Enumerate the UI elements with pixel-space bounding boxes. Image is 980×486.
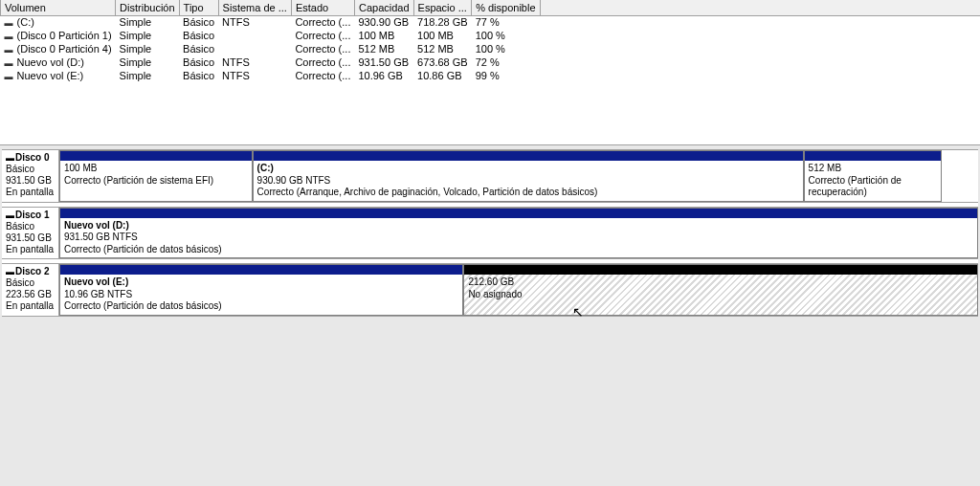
volume-tipo: Básico	[179, 69, 218, 82]
volume-row[interactable]: ▬ Nuevo vol (D:)SimpleBásicoNTFSCorrecto…	[1, 55, 981, 69]
col-filler	[540, 0, 980, 15]
disk-type: Básico	[6, 277, 55, 289]
partition-unallocated[interactable]: 212.60 GBNo asignado	[463, 264, 978, 316]
volume-icon: ▬	[5, 72, 14, 81]
partition-title: Nuevo vol (E:)	[64, 276, 458, 289]
disk-info[interactable]: ▬Disco 2Básico223.56 GBEn pantalla	[2, 264, 59, 316]
volume-free: 673.68 GB	[413, 55, 472, 69]
volume-icon: ▬	[5, 32, 14, 41]
partition-body: 100 MBCorrecto (Partición de sistema EFI…	[60, 161, 252, 201]
partition-bar	[60, 151, 252, 161]
partitions: 100 MBCorrecto (Partición de sistema EFI…	[59, 150, 978, 202]
col-estado[interactable]: Estado	[291, 0, 354, 15]
partition-body: (C:)930.90 GB NTFSCorrecto (Arranque, Ar…	[254, 161, 803, 201]
partition-sub: 212.60 GB	[468, 276, 973, 289]
volume-row[interactable]: ▬ (Disco 0 Partición 4)SimpleBásicoCorre…	[1, 42, 981, 55]
col-tipo[interactable]: Tipo	[179, 0, 218, 15]
partition[interactable]: (C:)930.90 GB NTFSCorrecto (Arranque, Ar…	[253, 150, 804, 202]
disk-type: Básico	[6, 221, 55, 232]
partition-status: Correcto (Partición de datos básicos)	[64, 300, 458, 313]
volume-name: (Disco 0 Partición 1)	[17, 30, 112, 41]
partition-body: Nuevo vol (E:)10.96 GB NTFSCorrecto (Par…	[60, 275, 462, 315]
volume-state: Correcto (...	[291, 15, 354, 29]
partition[interactable]: Nuevo vol (E:)10.96 GB NTFSCorrecto (Par…	[59, 264, 463, 316]
volume-free: 718.28 GB	[413, 15, 472, 29]
disk-icon: ▬	[6, 210, 15, 221]
partition-body: Nuevo vol (D:)931.50 GB NTFSCorrecto (Pa…	[60, 218, 977, 258]
disk-name: Disco 1	[15, 210, 50, 220]
volume-free: 100 MB	[413, 29, 472, 42]
partition-sub: 10.96 GB NTFS	[64, 289, 458, 301]
partition-sub: 931.50 GB NTFS	[64, 232, 973, 244]
col-sistema[interactable]: Sistema de ...	[218, 0, 291, 15]
volume-fs: NTFS	[218, 69, 291, 82]
disk-name: Disco 2	[15, 266, 50, 276]
disk-info[interactable]: ▬Disco 1Básico931.50 GBEn pantalla	[2, 208, 59, 259]
volume-state: Correcto (...	[291, 55, 354, 69]
disk-size: 931.50 GB	[6, 175, 55, 187]
partitions: Nuevo vol (E:)10.96 GB NTFSCorrecto (Par…	[59, 264, 978, 316]
volume-pct: 100 %	[472, 29, 540, 42]
volume-free: 10.86 GB	[413, 69, 472, 82]
volume-dist: Simple	[116, 42, 179, 55]
volume-cap: 931.50 GB	[354, 55, 413, 69]
volume-pct: 99 %	[472, 69, 540, 82]
volume-cap: 100 MB	[354, 29, 413, 42]
volume-list-panel: Volumen Distribución Tipo Sistema de ...…	[0, 0, 980, 145]
partition-bar	[805, 151, 941, 161]
disk-state: En pantalla	[6, 244, 55, 255]
volume-name: (Disco 0 Partición 4)	[17, 43, 112, 55]
volume-row[interactable]: ▬ (C:)SimpleBásicoNTFSCorrecto (...930.9…	[1, 15, 981, 29]
volume-name: Nuevo vol (E:)	[17, 70, 84, 81]
volume-icon: ▬	[5, 18, 14, 28]
partition-bar-unallocated	[464, 265, 977, 275]
partition-title: (C:)	[257, 163, 799, 175]
partition[interactable]: Nuevo vol (D:)931.50 GB NTFSCorrecto (Pa…	[59, 208, 978, 259]
volume-dist: Simple	[116, 29, 179, 42]
volume-pct: 100 %	[472, 42, 540, 55]
partition-status: Correcto (Partición de recuperación)	[809, 175, 937, 199]
partition-sub: 100 MB	[64, 163, 248, 175]
volume-name: Nuevo vol (D:)	[17, 56, 84, 68]
volume-tipo: Básico	[179, 29, 218, 42]
volume-dist: Simple	[116, 55, 179, 69]
col-volumen[interactable]: Volumen	[1, 0, 116, 15]
volume-header-row[interactable]: Volumen Distribución Tipo Sistema de ...…	[1, 0, 981, 15]
partition-status: Correcto (Arranque, Archivo de paginació…	[257, 187, 799, 199]
volume-fs: NTFS	[218, 15, 291, 29]
col-capacidad[interactable]: Capacidad	[354, 0, 413, 15]
disk-icon: ▬	[6, 267, 15, 277]
volume-cap: 10.96 GB	[354, 69, 413, 82]
volume-fs: NTFS	[218, 55, 291, 69]
col-pct[interactable]: % disponible	[472, 0, 540, 15]
volume-tipo: Básico	[179, 15, 218, 29]
disk-name: Disco 0	[15, 152, 50, 163]
disk-state: En pantalla	[6, 300, 55, 312]
volume-row[interactable]: ▬ Nuevo vol (E:)SimpleBásicoNTFSCorrecto…	[1, 69, 981, 82]
volume-row[interactable]: ▬ (Disco 0 Partición 1)SimpleBásicoCorre…	[1, 29, 981, 42]
volume-cap: 930.90 GB	[354, 15, 413, 29]
disk-row: ▬Disco 1Básico931.50 GBEn pantallaNuevo …	[2, 207, 978, 260]
volume-table[interactable]: Volumen Distribución Tipo Sistema de ...…	[0, 0, 980, 82]
volume-state: Correcto (...	[291, 29, 354, 42]
col-distribucion[interactable]: Distribución	[116, 0, 179, 15]
partition-status: Correcto (Partición de sistema EFI)	[64, 175, 248, 188]
partition[interactable]: 512 MBCorrecto (Partición de recuperació…	[804, 150, 942, 202]
volume-state: Correcto (...	[291, 69, 354, 82]
volume-tipo: Básico	[179, 42, 218, 55]
partition-body: 512 MBCorrecto (Partición de recuperació…	[805, 161, 941, 201]
volume-free: 512 MB	[413, 42, 472, 55]
col-espacio[interactable]: Espacio ...	[413, 0, 472, 15]
disk-row: ▬Disco 0Básico931.50 GBEn pantalla100 MB…	[2, 149, 978, 203]
partition[interactable]: 100 MBCorrecto (Partición de sistema EFI…	[59, 150, 253, 202]
volume-fs	[218, 42, 291, 55]
volume-pct: 77 %	[472, 15, 540, 29]
partition-bar	[254, 151, 803, 161]
disk-info[interactable]: ▬Disco 0Básico931.50 GBEn pantalla	[2, 150, 59, 202]
disk-map-panel: ▬Disco 0Básico931.50 GBEn pantalla100 MB…	[2, 149, 978, 317]
partition-status: Correcto (Partición de datos básicos)	[64, 244, 973, 256]
partition-status: No asignado	[468, 289, 973, 301]
volume-fs	[218, 29, 291, 42]
volume-icon: ▬	[5, 45, 14, 55]
volume-name: (C:)	[17, 16, 34, 28]
